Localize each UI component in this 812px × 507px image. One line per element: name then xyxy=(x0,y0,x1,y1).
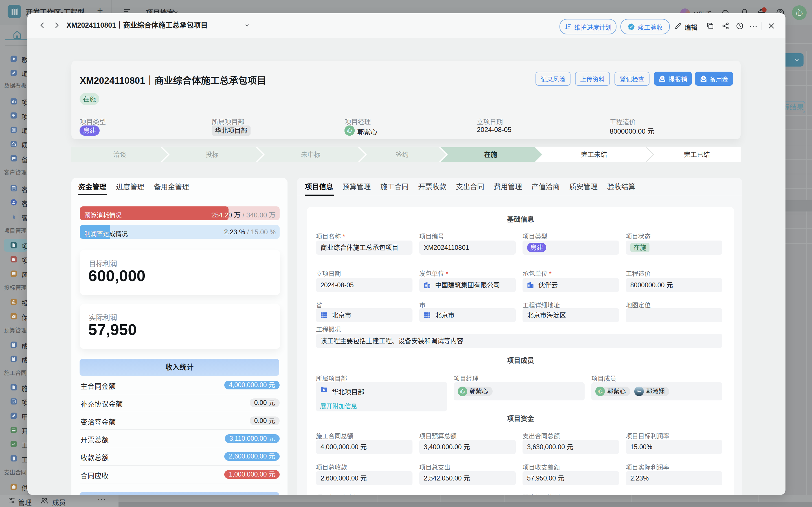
svg-text:$: $ xyxy=(662,76,664,80)
svg-text:$: $ xyxy=(703,76,704,80)
